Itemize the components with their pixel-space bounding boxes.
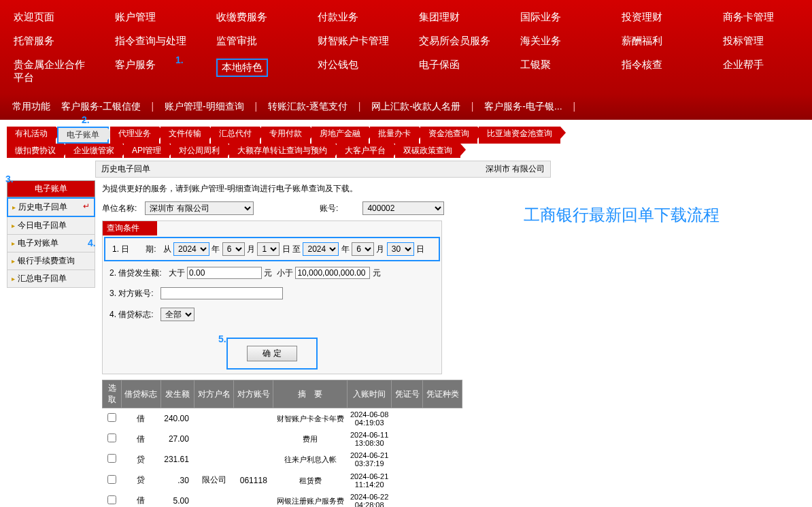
nav-exchange-member[interactable]: 交易所会员服务 <box>405 29 507 53</box>
tab-filetrans[interactable]: 文件传输 <box>160 127 209 144</box>
annotation-3: 3. <box>5 174 14 184</box>
tab-byd-pool[interactable]: 比亚迪资金池查询 <box>479 127 560 144</box>
row-checkbox[interactable] <box>107 495 116 504</box>
sidebar-item-today-receipt[interactable]: 今日电子回单 <box>7 217 95 235</box>
tab-enterprise-mgr[interactable]: 企业缴管家 <box>65 144 122 158</box>
nav-smart-card[interactable]: 财智账户卡管理 <box>304 29 405 53</box>
quick-item-0[interactable]: 客户服务-工银信使 <box>61 101 141 112</box>
sidebar-item-history-receipt[interactable]: 历史电子回单↵ <box>7 197 95 217</box>
tab-realestate[interactable]: 房地产金融 <box>311 127 369 144</box>
cell-amount: 27.00 <box>160 429 194 449</box>
tab-summary-pay[interactable]: 汇总代付 <box>211 127 260 144</box>
opp-acct-input[interactable] <box>160 287 283 299</box>
tab-big-client[interactable]: 大客户平台 <box>337 144 394 158</box>
day-from-select[interactable]: 1 <box>257 242 280 256</box>
cell-opp-name: 限公司 <box>194 470 234 491</box>
year-to-select[interactable]: 2024 <box>303 242 339 256</box>
sidebar-item-summary-receipt[interactable]: 汇总电子回单 <box>7 270 95 288</box>
nav-salary[interactable]: 薪酬福利 <box>608 29 709 53</box>
cell-amount: 5.00 <box>160 491 194 507</box>
nav-international[interactable]: 国际业务 <box>507 5 608 29</box>
nav-payment[interactable]: 付款业务 <box>304 5 405 29</box>
cell-time: 2024-06-2204:28:08 <box>347 491 391 507</box>
confirm-wrap: 5. 确 定 <box>103 325 441 374</box>
sidebar-item-fee-query[interactable]: 银行手续费查询 <box>7 252 95 270</box>
tab-pool-query[interactable]: 资金池查询 <box>420 127 477 144</box>
nav-group-finance[interactable]: 集团理财 <box>405 5 507 29</box>
tab-ebill[interactable]: 电子账单 <box>57 127 109 144</box>
quick-item-2[interactable]: 转账汇款-逐笔支付 <box>268 101 348 112</box>
amt-lo-input[interactable] <box>187 267 262 279</box>
nav-welcome[interactable]: 欢迎页面 <box>0 5 101 29</box>
row-checkbox[interactable] <box>107 475 116 484</box>
amt-hi-input[interactable] <box>295 267 370 279</box>
flow-title: 工商银行最新回单下载流程 <box>524 204 720 226</box>
cell-memo: 费用 <box>273 429 348 449</box>
cell-voucher-type <box>423 449 462 470</box>
tab-weekly[interactable]: 对公周周利 <box>171 144 228 158</box>
row-checkbox[interactable] <box>107 413 116 422</box>
nav-metals[interactable]: 贵金属企业合作平台 <box>0 53 101 90</box>
annotation-5: 5. <box>218 333 226 344</box>
sidebar-item-statement[interactable]: 电子对账单 <box>7 235 95 252</box>
quick-item-3[interactable]: 网上汇款-收款人名册 <box>371 101 460 112</box>
tab-special-pay[interactable]: 专用付款 <box>261 127 310 144</box>
tab-api[interactable]: API管理 <box>124 144 169 158</box>
th-voucher-type: 凭证种类 <box>423 380 462 408</box>
year-from-select[interactable]: 2024 <box>173 242 209 256</box>
nav-bizcard[interactable]: 商务卡管理 <box>709 5 811 29</box>
tab-agency[interactable]: 代理业务 <box>110 127 159 144</box>
lt-text: 小于 <box>277 268 293 278</box>
nav-gongyinju[interactable]: 工银聚 <box>507 53 608 90</box>
nav-bidding[interactable]: 投标管理 <box>709 29 811 53</box>
acct-select[interactable]: 400002 <box>362 201 444 215</box>
confirm-button[interactable]: 确 定 <box>247 346 297 361</box>
month-to-select[interactable]: 6 <box>352 242 374 256</box>
nav-order-verify[interactable]: 指令核查 <box>608 53 709 90</box>
quick-item-4[interactable]: 客户服务-电子银... <box>484 101 562 112</box>
table-row: 贷 .30 限公司061118 租赁费2024-06-2111:14:20 <box>103 470 462 491</box>
row-checkbox-cell <box>103 470 122 491</box>
sep: | <box>149 101 156 112</box>
nav-eguarantee[interactable]: 电子保函 <box>405 53 507 90</box>
nav-investment[interactable]: 投资理财 <box>608 5 709 29</box>
row-checkbox[interactable] <box>107 454 116 463</box>
day-text: 日 <box>282 244 290 254</box>
tab-batch-card[interactable]: 批量办卡 <box>370 127 419 144</box>
nav-corp-wallet[interactable]: 对公钱包 <box>304 53 405 90</box>
tab-fee-agreement[interactable]: 缴扣费协议 <box>7 144 64 158</box>
amount-row: 2. 借贷发生额: 大于 元 小于 元 <box>103 263 441 283</box>
day-to-select[interactable]: 30 <box>387 242 414 256</box>
opp-label: 3. 对方账号: <box>109 289 154 298</box>
to-text: 至 <box>292 244 301 254</box>
result-table: 选取 借贷标志 发生额 对方户名 对方账号 摘 要 入账时间 凭证号 凭证种类 … <box>102 380 462 507</box>
row-checkbox[interactable] <box>107 434 116 442</box>
nav-enterprise-help[interactable]: 企业帮手 <box>709 53 811 90</box>
nav-account-mgmt[interactable]: 账户管理 <box>101 5 203 29</box>
tab-gift[interactable]: 有礼活动 <box>7 127 56 144</box>
nav-supervision[interactable]: 监管审批 <box>203 29 304 53</box>
annotation-1: 1. <box>175 54 184 65</box>
nav-customs[interactable]: 海关业务 <box>507 29 608 53</box>
nav-cust-service[interactable]: 客户服务 <box>101 53 203 90</box>
amt-label: 2. 借贷发生额: <box>109 268 162 278</box>
quick-item-1[interactable]: 账户管理-明细查询 <box>165 101 244 112</box>
flag-select[interactable]: 全部 <box>160 308 194 321</box>
cell-voucher-no <box>392 449 423 470</box>
unit-label: 单位名称: <box>102 203 143 214</box>
nav-custody[interactable]: 托管服务 <box>0 29 101 53</box>
row-checkbox-cell <box>103 429 122 449</box>
sep: | <box>252 101 260 112</box>
tab-large-deposit[interactable]: 大额存单转让查询与预约 <box>229 144 335 158</box>
month-from-select[interactable]: 6 <box>222 242 245 256</box>
cell-time: 2024-06-2111:14:20 <box>347 470 391 491</box>
row-checkbox-cell <box>103 408 122 429</box>
cell-voucher-type <box>423 429 462 449</box>
tab-carbon[interactable]: 双碳政策查询 <box>395 144 460 158</box>
unit-select[interactable]: 深圳市 有限公司 <box>145 201 254 215</box>
th-time: 入账时间 <box>347 380 391 408</box>
nav-local-feature[interactable]: 1. 本地特色 <box>203 53 304 90</box>
nav-fee-service[interactable]: 收缴费服务 <box>203 5 304 29</box>
cell-time: 2024-06-1113:08:30 <box>347 429 391 449</box>
nav-order-query[interactable]: 指令查询与处理 <box>101 29 203 53</box>
